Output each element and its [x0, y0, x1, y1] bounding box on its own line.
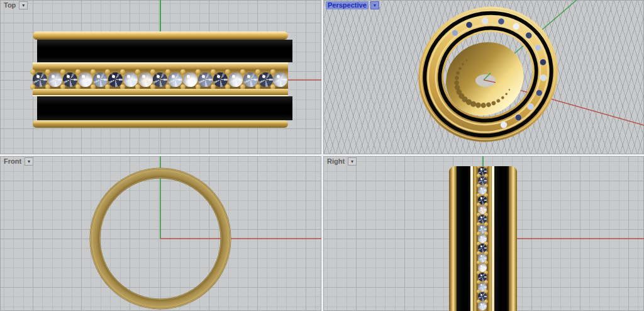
diamond-gem [123, 72, 138, 87]
gold-bead [60, 69, 65, 74]
viewport-menu-dropdown[interactable]: ▾ [19, 1, 28, 9]
gold-bead [75, 69, 80, 74]
chevron-down-icon: ▾ [351, 157, 353, 166]
ring-top-view [33, 31, 288, 128]
gold-bead [270, 69, 275, 74]
diamond-gem [243, 72, 258, 87]
viewport-perspective[interactable]: Perspective ▾ [323, 0, 644, 154]
gold-bead [240, 69, 245, 74]
diamond-gem [273, 72, 287, 87]
viewport-right[interactable]: Right ▾ [323, 156, 644, 311]
chevron-down-icon: ▾ [28, 157, 30, 166]
ring-right-view [449, 166, 517, 311]
viewport-title-label[interactable]: Top [3, 1, 17, 9]
gold-band [33, 64, 288, 70]
viewport-title-right[interactable]: Right ▾ [326, 157, 357, 166]
gold-rim-band [449, 166, 457, 311]
gold-bead [91, 69, 96, 74]
gold-bead [45, 69, 50, 74]
viewport-title-label[interactable]: Right [326, 157, 346, 166]
viewport-title-label[interactable]: Perspective [326, 1, 369, 9]
gold-bead [180, 69, 186, 74]
stone-cell [477, 302, 488, 311]
black-enamel-band [457, 166, 470, 311]
gold-bead [255, 69, 260, 74]
diamond-column [477, 166, 488, 311]
viewport-front[interactable]: Front ▾ [0, 156, 321, 311]
viewport-menu-dropdown[interactable]: ▾ [348, 157, 357, 166]
gold-bead [135, 69, 140, 74]
viewport-menu-dropdown[interactable]: ▾ [370, 1, 379, 9]
viewport-title-perspective[interactable]: Perspective ▾ [326, 1, 379, 9]
cad-four-viewport-window: Top ▾ [0, 0, 644, 311]
perspective-scene [323, 0, 644, 154]
black-enamel-band [37, 40, 292, 62]
gold-bead [165, 69, 170, 74]
diamond-row [33, 70, 288, 89]
diamond-gem [198, 72, 213, 87]
front-view-scene [0, 156, 321, 311]
viewport-top[interactable]: Top ▾ [0, 0, 321, 154]
diamond-gem [168, 72, 182, 87]
gold-bead [105, 69, 110, 74]
chevron-down-icon: ▾ [22, 1, 25, 9]
gold-bead [30, 69, 35, 74]
viewport-title-top[interactable]: Top ▾ [3, 1, 28, 9]
gold-band [33, 89, 288, 95]
chevron-down-icon: ▾ [374, 1, 376, 9]
diamond-gem [138, 72, 153, 87]
black-enamel-band [37, 96, 292, 120]
viewport-title-label[interactable]: Front [3, 157, 23, 166]
gold-bead [211, 69, 216, 74]
diamond-gem [78, 72, 92, 87]
gold-rim-band [33, 120, 288, 128]
diamond-gem [183, 72, 197, 87]
diamond-gem [478, 302, 487, 310]
gold-bead [225, 69, 230, 74]
gold-rim-band [33, 31, 288, 40]
viewport-title-front[interactable]: Front ▾ [3, 157, 33, 166]
black-enamel-band [494, 166, 509, 311]
diamond-gem [63, 72, 77, 87]
diamond-gem [153, 72, 167, 87]
gold-bead [196, 69, 201, 74]
diamond-gem [48, 72, 62, 87]
gold-bead [150, 69, 155, 74]
gold-rim-band [509, 166, 517, 311]
diamond-gem [258, 72, 273, 87]
diamond-gem [33, 72, 47, 87]
stone-cell [273, 70, 288, 89]
gold-bead [120, 69, 125, 74]
viewport-menu-dropdown[interactable]: ▾ [25, 157, 33, 166]
